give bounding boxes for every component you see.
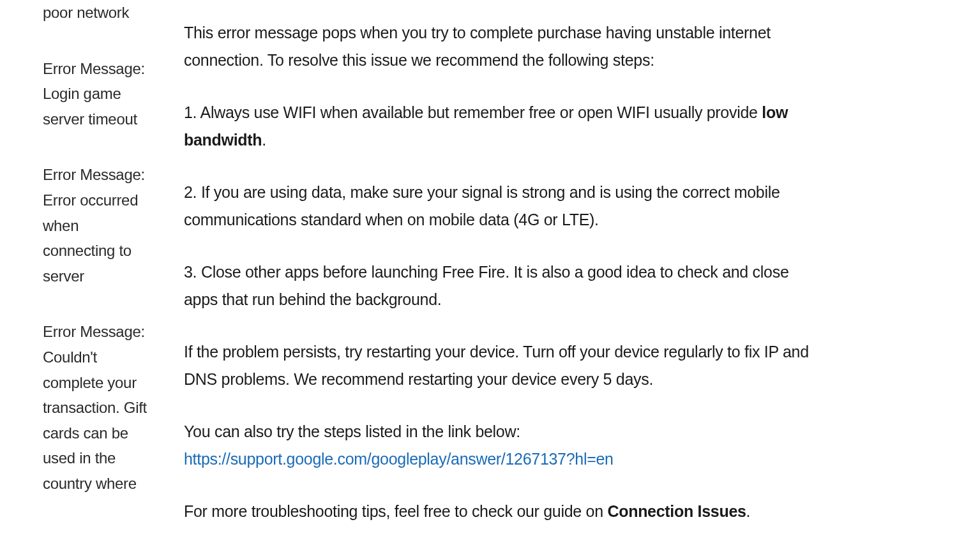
step-1-prefix: 1. Always use WIFI when available but re… — [184, 103, 762, 121]
more-tips-paragraph: For more troubleshooting tips, feel free… — [184, 498, 812, 525]
step-1-suffix: . — [262, 131, 266, 149]
sidebar: poor network Error Message: Login game s… — [0, 0, 161, 545]
intro-paragraph: This error message pops when you try to … — [184, 19, 812, 73]
step-1: 1. Always use WIFI when available but re… — [184, 99, 812, 153]
restart-paragraph: If the problem persists, try restarting … — [184, 338, 812, 392]
sidebar-item-poor-network[interactable]: poor network — [43, 0, 148, 26]
step-2: 2. If you are using data, make sure your… — [184, 179, 812, 233]
sidebar-item-error-connecting[interactable]: Error Message: Error occurred when conne… — [43, 162, 148, 288]
sidebar-item-gift-cards[interactable]: Error Message: Couldn't complete your tr… — [43, 319, 148, 496]
more-bold: Connection Issues — [607, 502, 746, 520]
main-content: This error message pops when you try to … — [161, 0, 863, 545]
sidebar-item-login-timeout[interactable]: Error Message: Login game server timeout — [43, 56, 148, 132]
step-3: 3. Close other apps before launching Fre… — [184, 258, 812, 313]
support-link[interactable]: https://support.google.com/googleplay/an… — [184, 450, 614, 468]
link-paragraph: You can also try the steps listed in the… — [184, 418, 812, 472]
link-intro: You can also try the steps listed in the… — [184, 418, 812, 445]
more-suffix: . — [746, 502, 751, 520]
more-prefix: For more troubleshooting tips, feel free… — [184, 502, 607, 520]
